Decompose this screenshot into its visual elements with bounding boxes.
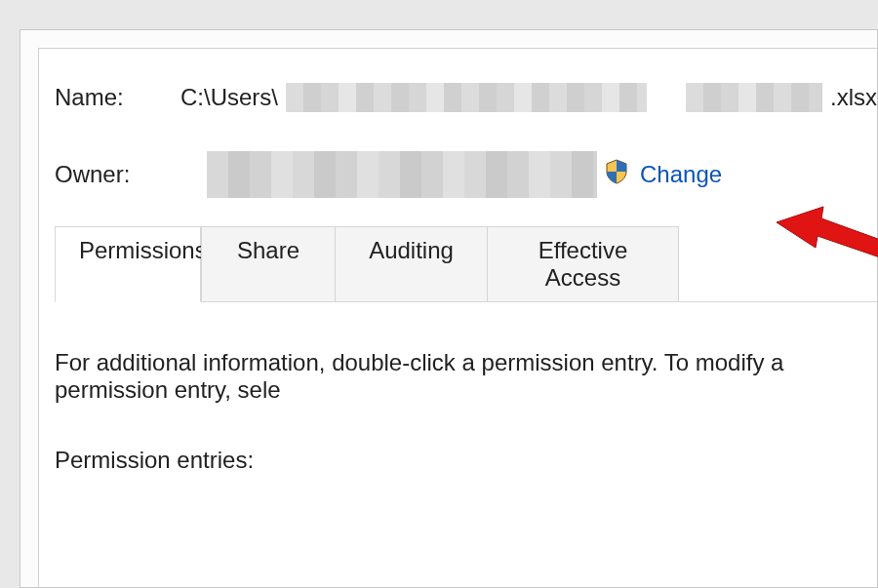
redacted-path-segment (686, 83, 822, 112)
shield-icon (605, 159, 628, 190)
name-row: Name: C:\Users\ .xlsx (55, 83, 877, 112)
window-frame: Name: C:\Users\ .xlsx Owner: (20, 29, 878, 588)
redacted-path-segment (286, 83, 647, 112)
owner-row: Owner: Change (55, 151, 877, 198)
tab-share[interactable]: Share (201, 226, 336, 302)
permission-entries-label: Permission entries: (55, 447, 877, 474)
change-owner-link[interactable]: Change (640, 161, 722, 188)
name-label: Name: (55, 84, 180, 111)
file-extension: .xlsx (830, 84, 877, 111)
owner-value: Change (207, 151, 722, 198)
permissions-info-text: For additional information, double-click… (55, 349, 877, 404)
tab-bar: Permissions Share Auditing Effective Acc… (55, 225, 877, 302)
tab-effective-access[interactable]: Effective Access (488, 226, 679, 302)
path-prefix: C:\Users\ (180, 84, 278, 111)
name-value: C:\Users\ .xlsx (180, 83, 877, 112)
tab-auditing[interactable]: Auditing (336, 226, 488, 302)
redacted-owner (207, 151, 597, 198)
tab-permissions[interactable]: Permissions (55, 226, 201, 302)
advanced-security-panel: Name: C:\Users\ .xlsx Owner: (38, 48, 877, 587)
owner-label: Owner: (55, 161, 207, 188)
